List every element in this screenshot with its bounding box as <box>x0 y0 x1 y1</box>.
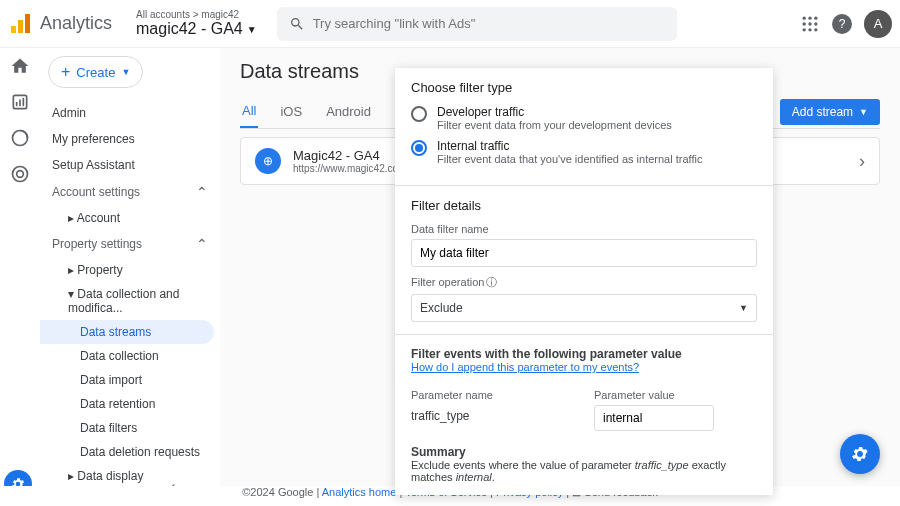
nav-data-import[interactable]: Data import <box>40 368 220 392</box>
svg-rect-14 <box>19 100 21 107</box>
caret-down-icon: ▼ <box>859 107 868 117</box>
caret-down-icon: ▼ <box>247 24 257 35</box>
stream-url: https://www.magic42.co.uk <box>293 163 411 174</box>
filter-name-label: Data filter name <box>411 223 757 235</box>
breadcrumb: All accounts > magic42 <box>136 9 257 20</box>
radio-icon-selected <box>411 140 427 156</box>
svg-point-3 <box>803 16 806 19</box>
product-name: Analytics <box>40 13 112 34</box>
param-value-input[interactable] <box>594 405 714 431</box>
svg-point-7 <box>808 22 811 25</box>
nav-data-retention[interactable]: Data retention <box>40 392 220 416</box>
home-icon[interactable] <box>10 56 30 76</box>
svg-point-5 <box>814 16 817 19</box>
explore-icon[interactable] <box>10 128 30 148</box>
svg-point-4 <box>808 16 811 19</box>
param-name-label: Parameter name <box>411 389 574 401</box>
search-bar[interactable] <box>277 7 677 41</box>
chevron-up-icon: ⌃ <box>196 236 208 252</box>
tab-all[interactable]: All <box>240 95 258 128</box>
svg-point-8 <box>814 22 817 25</box>
advertising-icon[interactable] <box>10 164 30 184</box>
svg-rect-1 <box>18 20 23 33</box>
topbar: Analytics All accounts > magic42 magic42… <box>0 0 900 48</box>
section-property-settings[interactable]: Property settings⌃ <box>40 230 220 258</box>
svg-point-17 <box>17 171 24 178</box>
radio-developer-traffic[interactable]: Developer trafficFilter event data from … <box>411 105 757 131</box>
svg-point-10 <box>808 28 811 31</box>
nav-admin[interactable]: Admin <box>40 100 220 126</box>
summary-title: Summary <box>411 445 757 459</box>
param-name-value: traffic_type <box>411 405 574 423</box>
svg-point-6 <box>803 22 806 25</box>
svg-rect-2 <box>25 14 30 33</box>
svg-rect-15 <box>23 98 25 106</box>
nav-setup-assistant[interactable]: Setup Assistant <box>40 152 220 178</box>
svg-point-9 <box>803 28 806 31</box>
reports-icon[interactable] <box>10 92 30 112</box>
svg-point-11 <box>814 28 817 31</box>
nav-data-streams[interactable]: Data streams <box>40 320 214 344</box>
radio-icon <box>411 106 427 122</box>
chevron-right-icon: › <box>859 151 865 172</box>
filter-operation-label: Filter operationⓘ <box>411 275 757 290</box>
settings-fab[interactable] <box>840 434 880 474</box>
svg-rect-0 <box>11 26 16 33</box>
nav-preferences[interactable]: My preferences <box>40 126 220 152</box>
footer-analytics-home[interactable]: Analytics home <box>322 486 397 498</box>
filter-name-input[interactable] <box>411 239 757 267</box>
tab-android[interactable]: Android <box>324 96 373 127</box>
param-heading: Filter events with the following paramet… <box>411 347 757 361</box>
param-help-link[interactable]: How do I append this parameter to my eve… <box>411 361 757 373</box>
nav-property[interactable]: ▸ Property <box>40 258 220 282</box>
radio-internal-traffic[interactable]: Internal trafficFilter event data that y… <box>411 139 757 165</box>
nav-account[interactable]: ▸ Account <box>40 206 220 230</box>
chevron-up-icon: ⌃ <box>196 184 208 200</box>
tab-ios[interactable]: iOS <box>278 96 304 127</box>
create-label: Create <box>76 65 115 80</box>
section-account-settings[interactable]: Account settings⌃ <box>40 178 220 206</box>
account-name: magic42 - GA4 <box>136 20 243 38</box>
nav-data-display[interactable]: ▸ Data display <box>40 464 220 486</box>
filter-modal: Choose filter type Developer trafficFilt… <box>395 68 773 495</box>
search-icon <box>289 16 305 32</box>
choose-filter-title: Choose filter type <box>411 80 757 95</box>
stream-name: Magic42 - GA4 <box>293 148 411 163</box>
account-selector[interactable]: All accounts > magic42 magic42 - GA4▼ <box>128 9 265 38</box>
globe-icon: ⊕ <box>255 148 281 174</box>
apps-grid-icon[interactable] <box>800 14 820 34</box>
svg-point-18 <box>13 167 28 182</box>
left-rail <box>0 48 40 486</box>
analytics-logo-icon <box>8 12 32 36</box>
nav-data-filters[interactable]: Data filters <box>40 416 220 440</box>
nav-data-deletion[interactable]: Data deletion requests <box>40 440 220 464</box>
add-stream-button[interactable]: Add stream▼ <box>780 99 880 125</box>
info-icon[interactable]: ⓘ <box>486 276 497 288</box>
nav-data-collection-parent[interactable]: ▾ Data collection and modifica... <box>40 282 220 320</box>
filter-details-title: Filter details <box>411 198 757 213</box>
param-value-label: Parameter value <box>594 389 757 401</box>
nav-data-collection[interactable]: Data collection <box>40 344 220 368</box>
summary-text: Exclude events where the value of parame… <box>411 459 757 483</box>
filter-operation-select[interactable]: Exclude▼ <box>411 294 757 322</box>
svg-rect-13 <box>16 102 18 106</box>
search-input[interactable] <box>313 16 665 31</box>
sidebar: + Create ▼ Admin My preferences Setup As… <box>40 48 220 486</box>
create-button[interactable]: + Create ▼ <box>48 56 143 88</box>
help-icon[interactable]: ? <box>832 14 852 34</box>
avatar[interactable]: A <box>864 10 892 38</box>
caret-down-icon: ▼ <box>121 67 130 77</box>
plus-icon: + <box>61 63 70 81</box>
caret-down-icon: ▼ <box>739 303 748 313</box>
